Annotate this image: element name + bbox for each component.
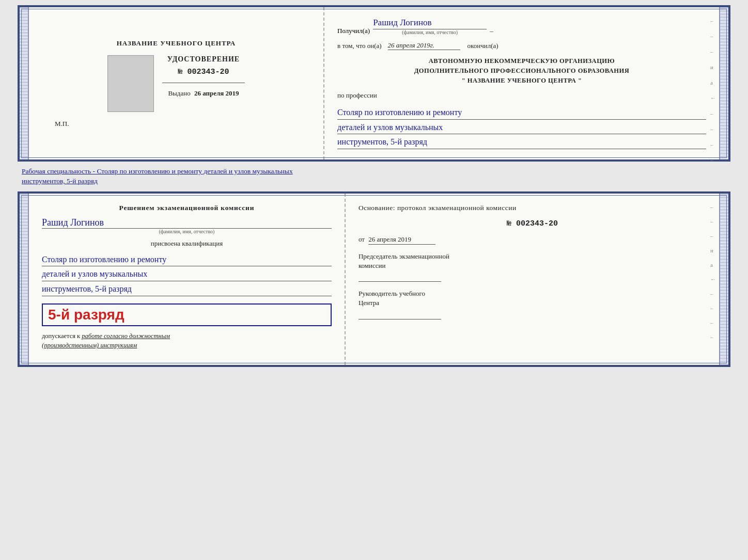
ot-date-value: 26 апреля 2019: [368, 235, 435, 245]
divider-line: [162, 83, 245, 83]
org-name-label: НАЗВАНИЕ УЧЕБНОГО ЦЕНТРА: [117, 39, 236, 47]
middle-text: Рабочая специальность - Столяр по изгото…: [18, 165, 730, 188]
spine-right: [719, 7, 728, 159]
spine-left-bottom: [20, 194, 29, 365]
fio-hint-bottom: (фамилия, имя, отчество): [159, 229, 215, 234]
prisvoena-text: присвоена квалификация: [42, 239, 332, 248]
fio-name-line: Рашид Логинов (фамилия, имя, отчество): [373, 18, 487, 35]
rukovoditel-title: Руководитель учебного Центра: [359, 289, 706, 308]
prof-line3: инструментов, 5-й разряд: [337, 135, 706, 149]
bottom-fio-name: Рашид Логинов (фамилия, имя, отчество): [42, 217, 332, 234]
chairman-title: Председатель экзаменационной комиссии: [359, 252, 706, 270]
ot-label: от: [359, 235, 365, 243]
dopusk-label: допускается к: [42, 332, 80, 340]
top-cert-left: НАЗВАНИЕ УЧЕБНОГО ЦЕНТРА УДОСТОВЕРЕНИЕ №…: [29, 7, 324, 159]
cert-middle-section: УДОСТОВЕРЕНИЕ № 002343-20 Выдано 26 апре…: [162, 55, 245, 98]
tsentra-label: Центра: [359, 299, 379, 307]
fio-hint-top: (фамилия, имя, отчество): [402, 29, 458, 35]
bottom-cert-right: Основание: протокол экзаменационной коми…: [346, 194, 719, 365]
dash-symbol: –: [490, 27, 493, 35]
recipient-row: Получил(а) Рашид Логинов (фамилия, имя, …: [337, 18, 706, 35]
recipient-name: Рашид Логинов: [373, 18, 487, 29]
qualification-block: Столяр по изготовлению и ремонту деталей…: [42, 253, 332, 296]
dopusk-italic2: (производственным) инструкциям: [42, 342, 137, 349]
dopusk-italic1: работе согласно должностным: [82, 332, 170, 340]
chairman-block: Председатель экзаменационной комиссии: [359, 252, 706, 282]
kvalif-line3: инструментов, 5-й разряд: [42, 282, 332, 296]
prof-line2: деталей и узлов музыкальных: [337, 121, 706, 135]
bottom-certificate: Решением экзаменационной комиссии Рашид …: [18, 191, 730, 367]
org-block: АВТОНОМНУЮ НЕКОММЕРЧЕСКУЮ ОРГАНИЗАЦИЮ ДО…: [337, 56, 706, 85]
po-professii: по профессии: [337, 91, 706, 100]
org-line2: ДОПОЛНИТЕЛЬНОГО ПРОФЕССИОНАЛЬНОГО ОБРАЗО…: [337, 66, 706, 76]
rukovoditel-label: Руководитель учебного: [359, 290, 425, 297]
middle-text-line2: инструментов, 5-й разряд: [22, 177, 98, 185]
top-cert-right: Получил(а) Рашид Логинов (фамилия, имя, …: [324, 7, 719, 159]
mp-label: М.П.: [55, 120, 69, 128]
kvalif-line2: деталей и узлов музыкальных: [42, 267, 332, 281]
prof-line1: Столяр по изготовлению и ремонту: [337, 106, 706, 120]
spine-left: [20, 7, 29, 159]
udostoverenie-label: УДОСТОВЕРЕНИЕ: [167, 55, 240, 63]
issued-line: Выдано 26 апреля 2019: [168, 89, 239, 98]
cert-number: № 002343-20: [178, 68, 229, 76]
okonchil-label: окончил(а): [467, 42, 498, 50]
middle-text-line1: Рабочая специальность - Столяр по изгото…: [22, 167, 293, 175]
dopuskaetsya-block: допускается к работе согласно должностны…: [42, 331, 332, 351]
right-dashes-bottom: – – – и а ← – – – –: [710, 204, 716, 340]
document-container: НАЗВАНИЕ УЧЕБНОГО ЦЕНТРА УДОСТОВЕРЕНИЕ №…: [18, 5, 730, 367]
komissii-label: комиссии: [359, 262, 386, 269]
osnovanie-text: Основание: протокол экзаменационной коми…: [359, 204, 706, 212]
predsedatel-label: Председатель экзаменационной: [359, 252, 449, 260]
spine-right-bottom: [719, 194, 728, 365]
resheniem-text: Решением экзаменационной комиссии: [42, 204, 332, 212]
razryad-big-text: 5-й разряд: [48, 307, 325, 323]
vtom-date: 26 апреля 2019г.: [388, 41, 460, 50]
bottom-cert-left: Решением экзаменационной комиссии Рашид …: [29, 194, 346, 365]
top-certificate: НАЗВАНИЕ УЧЕБНОГО ЦЕНТРА УДОСТОВЕРЕНИЕ №…: [18, 5, 730, 162]
org-line1: АВТОНОМНУЮ НЕКОММЕРЧЕСКУЮ ОРГАНИЗАЦИЮ: [337, 56, 706, 66]
kvalif-line1: Столяр по изготовлению и ремонту: [42, 253, 332, 267]
vtom-line: в том, что он(а) 26 апреля 2019г. окончи…: [337, 41, 706, 50]
profession-block: Столяр по изготовлению и ремонту деталей…: [337, 106, 706, 149]
issued-date: 26 апреля 2019: [194, 89, 239, 97]
razryad-box: 5-й разряд: [42, 303, 332, 326]
chairman-sig-line: [359, 273, 441, 282]
poluchil-label: Получил(а): [337, 27, 370, 35]
rukovoditel-sig-line: [359, 310, 441, 319]
issued-label: Выдано: [168, 89, 190, 97]
photo-placeholder: [107, 55, 154, 112]
proto-number: № 002343-20: [359, 219, 706, 228]
right-dashes-top: – – – и а ← – – – –: [710, 18, 716, 163]
org-line3: " НАЗВАНИЕ УЧЕБНОГО ЦЕНТРА ": [337, 76, 706, 86]
rukovoditel-block: Руководитель учебного Центра: [359, 289, 706, 319]
komissia-person-name: Рашид Логинов: [42, 217, 332, 229]
ot-date-line: от 26 апреля 2019: [359, 235, 706, 245]
vtom-label: в том, что он(а): [337, 42, 382, 50]
